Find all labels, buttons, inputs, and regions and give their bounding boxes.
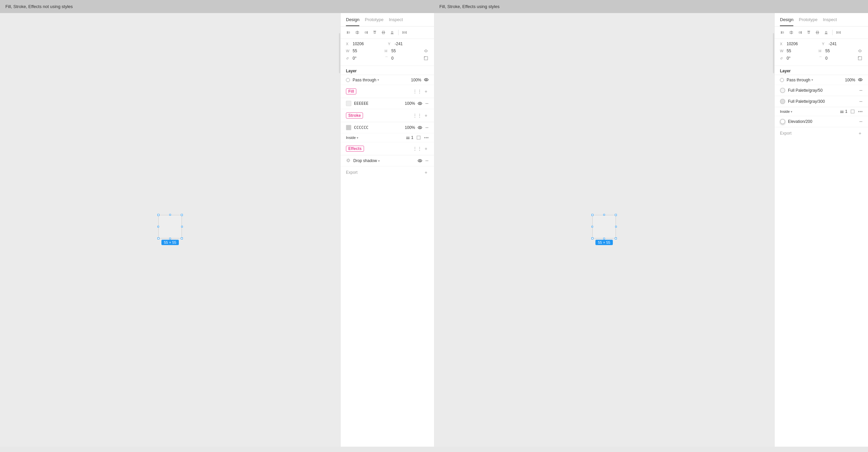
right-layer-mode[interactable]: Pass through ▾ xyxy=(786,78,842,83)
right-scrollbar[interactable] xyxy=(773,33,774,73)
tab-design-left[interactable]: Design xyxy=(346,17,359,26)
right-align-bottom-icon[interactable] xyxy=(824,30,829,35)
right-handle-bm[interactable] xyxy=(603,238,605,239)
right-fill-style-remove[interactable]: − xyxy=(859,87,863,93)
handle-br[interactable] xyxy=(181,237,183,239)
left-element-box[interactable] xyxy=(158,215,182,238)
right-corner-value[interactable]: 0 xyxy=(826,56,856,61)
right-element-box[interactable] xyxy=(592,215,616,238)
align-center-v-icon[interactable] xyxy=(381,30,386,35)
left-clip-icon[interactable] xyxy=(423,56,429,61)
align-right-icon[interactable] xyxy=(363,30,369,35)
left-stroke-width[interactable]: 1 xyxy=(411,135,413,140)
right-stroke-style-remove[interactable]: − xyxy=(859,98,863,104)
left-constraint-icon[interactable] xyxy=(423,48,429,54)
handle-ml[interactable] xyxy=(157,226,159,227)
right-position-section: X 10206 Y -241 W 55 H 55 xyxy=(775,39,868,66)
tab-prototype-right[interactable]: Prototype xyxy=(799,17,817,26)
align-center-h-icon[interactable] xyxy=(354,30,360,35)
right-w-value[interactable]: 55 xyxy=(786,49,817,53)
right-distribute-icon[interactable] xyxy=(836,30,841,35)
right-handle-mr[interactable] xyxy=(615,226,617,227)
left-layer-eye[interactable] xyxy=(424,77,429,83)
left-stroke-eye[interactable] xyxy=(417,125,422,130)
left-effects-icons: ⋮⋮ + xyxy=(414,146,429,151)
right-layer-opacity[interactable]: 100% xyxy=(845,78,855,83)
tab-inspect-right[interactable]: Inspect xyxy=(823,17,837,26)
right-h-value[interactable]: 55 xyxy=(826,49,856,53)
distribute-icon[interactable] xyxy=(402,30,407,35)
left-layer-opacity[interactable]: 100% xyxy=(411,78,421,83)
left-fill-hex[interactable]: EEEEEE xyxy=(354,101,399,106)
right-stroke-style-clip-icon[interactable] xyxy=(850,109,855,114)
left-layer-mode[interactable]: Pass through ▾ xyxy=(352,78,408,83)
left-w-value[interactable]: 55 xyxy=(352,49,383,53)
left-fill-remove[interactable]: − xyxy=(425,100,429,106)
left-fill-eye[interactable] xyxy=(417,101,422,106)
right-export-add[interactable]: + xyxy=(857,131,863,136)
right-align-center-v-icon[interactable] xyxy=(815,30,820,35)
handle-tl[interactable] xyxy=(157,214,159,216)
left-effect-remove[interactable]: − xyxy=(425,158,429,164)
handle-mr[interactable] xyxy=(181,226,183,227)
left-fill-grid-icon[interactable]: ⋮⋮ xyxy=(414,89,420,94)
left-stroke-opacity[interactable]: 100% xyxy=(402,125,415,130)
right-handle-tl[interactable] xyxy=(591,214,593,216)
right-effect-style-name[interactable]: Elevation/200 xyxy=(788,119,856,124)
right-stroke-style-chevron: ▾ xyxy=(790,110,792,114)
right-layer-eye[interactable] xyxy=(858,77,863,83)
right-align-right-icon[interactable] xyxy=(797,30,803,35)
right-fill-style-name[interactable]: Full Palette/gray/50 xyxy=(788,88,856,93)
left-corner-value[interactable]: 0 xyxy=(392,56,422,61)
svg-rect-6 xyxy=(373,31,376,31)
left-fill-opacity[interactable]: 100% xyxy=(402,101,415,106)
left-fill-add-btn[interactable]: + xyxy=(423,89,429,94)
left-rot-value[interactable]: 0° xyxy=(352,56,383,61)
right-stroke-style-width[interactable]: 1 xyxy=(845,109,847,114)
handle-bm[interactable] xyxy=(169,238,171,239)
right-handle-br[interactable] xyxy=(615,237,617,239)
left-stroke-clip-icon[interactable] xyxy=(416,135,421,140)
right-handle-tr[interactable] xyxy=(615,214,617,216)
tab-design-right[interactable]: Design xyxy=(780,17,793,26)
left-effects-grid-icon[interactable]: ⋮⋮ xyxy=(414,146,420,151)
right-x-value[interactable]: 10206 xyxy=(786,41,821,46)
right-clip-icon[interactable] xyxy=(857,56,863,61)
tab-prototype-left[interactable]: Prototype xyxy=(365,17,383,26)
right-stroke-style-name[interactable]: Full Palette/gray/300 xyxy=(788,99,856,104)
handle-tr[interactable] xyxy=(181,214,183,216)
right-handle-bl[interactable] xyxy=(591,237,593,239)
left-y-value[interactable]: -241 xyxy=(395,41,429,46)
left-stroke-remove[interactable]: − xyxy=(425,125,429,131)
align-bottom-icon[interactable] xyxy=(390,30,395,35)
right-handle-tm[interactable] xyxy=(603,214,605,216)
left-fill-swatch[interactable] xyxy=(346,101,351,106)
align-left-icon[interactable] xyxy=(346,30,351,35)
right-y-value[interactable]: -241 xyxy=(829,41,863,46)
right-stroke-style-position[interactable]: Inside ▾ xyxy=(780,109,792,114)
left-stroke-hex[interactable]: CCCCCC xyxy=(354,125,399,130)
left-stroke-position[interactable]: Inside ▾ xyxy=(346,136,358,140)
handle-tm[interactable] xyxy=(169,214,171,216)
right-stroke-style-dots[interactable]: ••• xyxy=(858,109,863,114)
left-effect-eye[interactable] xyxy=(417,158,422,163)
right-constraint-icon[interactable] xyxy=(857,48,863,54)
left-stroke-dots[interactable]: ••• xyxy=(424,135,429,140)
left-scrollbar[interactable] xyxy=(339,33,340,73)
handle-bl[interactable] xyxy=(157,237,159,239)
right-align-center-h-icon[interactable] xyxy=(788,30,794,35)
left-export-add[interactable]: + xyxy=(423,170,429,175)
right-rot-value[interactable]: 0° xyxy=(786,56,817,61)
tab-inspect-left[interactable]: Inspect xyxy=(389,17,403,26)
left-stroke-swatch[interactable] xyxy=(346,125,351,130)
left-stroke-add-btn[interactable]: + xyxy=(423,113,429,118)
left-h-value[interactable]: 55 xyxy=(392,49,422,53)
left-stroke-grid-icon[interactable]: ⋮⋮ xyxy=(414,113,420,118)
align-top-icon[interactable] xyxy=(372,30,377,35)
left-x-value[interactable]: 10206 xyxy=(352,41,387,46)
right-align-left-icon[interactable] xyxy=(780,30,785,35)
left-effects-add-btn[interactable]: + xyxy=(423,146,429,151)
right-align-top-icon[interactable] xyxy=(806,30,811,35)
right-effect-style-remove[interactable]: − xyxy=(859,119,863,125)
right-handle-ml[interactable] xyxy=(591,226,593,227)
